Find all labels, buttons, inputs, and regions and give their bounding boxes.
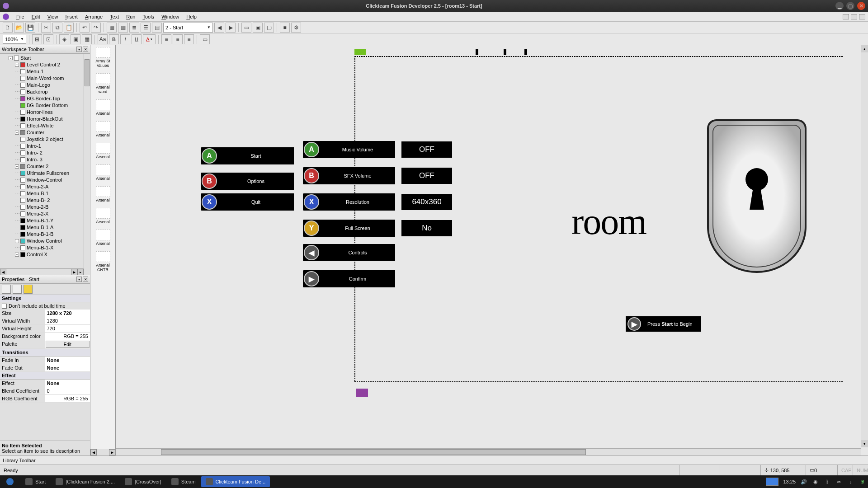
data-editor-button[interactable]: ▤ (152, 23, 162, 33)
cut-button[interactable]: ✂ (41, 23, 51, 33)
italic-button[interactable]: I (120, 34, 130, 44)
canvas-hscroll[interactable] (116, 448, 861, 455)
stop-button[interactable]: ■ (280, 23, 290, 33)
paste-button[interactable]: 📋 (64, 23, 74, 33)
tree-item[interactable]: ⋯Menu-2-X (1, 211, 89, 217)
frame-rect-button[interactable]: ▭ (200, 34, 210, 44)
menu-insert[interactable]: Insert (61, 13, 81, 21)
prop-vwidth-value[interactable]: 1280 (45, 317, 90, 324)
option-value-sfx-volume[interactable]: OFF (401, 168, 452, 184)
workspace-close-button[interactable]: ✕ (83, 47, 88, 52)
mdi-minimize-button[interactable] (843, 14, 849, 19)
object-list-item[interactable]: Arsenal (91, 99, 114, 116)
object-list-item[interactable]: Arsenal (91, 143, 114, 159)
undo-button[interactable]: ↶ (80, 23, 90, 33)
menu-button-start[interactable]: AStart (201, 147, 294, 164)
taskbar-item[interactable]: Start (21, 476, 50, 487)
tree-item[interactable]: ⋯Menu-1 (1, 68, 89, 75)
frame-editor-button[interactable]: ▥ (118, 23, 128, 33)
option-button-full-screen[interactable]: YFull Screen (303, 220, 395, 237)
tree-item[interactable]: ⋯Intro-1 (1, 143, 89, 150)
tree-item[interactable]: ⋯Menu-B-1-A (1, 224, 89, 231)
taskbar-item[interactable]: Clickteam Fusion De... (201, 476, 270, 487)
tree-item[interactable]: ⋯Menu-2-A (1, 183, 89, 190)
option-button-controls[interactable]: ◀Controls (303, 244, 395, 261)
open-button[interactable]: 📂 (14, 23, 24, 33)
menu-edit[interactable]: Edit (28, 13, 44, 21)
align-right-button[interactable]: ≡ (184, 34, 194, 44)
redo-button[interactable]: ↷ (91, 23, 101, 33)
run-app-button[interactable]: ▭ (241, 23, 251, 33)
menu-view[interactable]: View (44, 13, 62, 21)
maximize-button[interactable]: ▢ (846, 2, 854, 10)
tree-item[interactable]: ⋯BG-Border-Top (1, 95, 89, 102)
tree-item[interactable]: ⋯Main-Word-room (1, 75, 89, 82)
copy-button[interactable]: ⧉ (52, 23, 62, 33)
grid-snap-button[interactable]: ⊞ (32, 34, 42, 44)
prev-frame-button[interactable]: ◀ (214, 23, 224, 33)
prop-size-value[interactable]: 1280 x 720 (45, 310, 90, 317)
prop-tab-runtime[interactable] (13, 285, 22, 294)
close-button[interactable]: ✕ (857, 2, 865, 10)
tree-item[interactable]: ⋯Intro- 3 (1, 156, 89, 163)
object-list-item[interactable]: Arsenal (91, 121, 114, 137)
tree-item[interactable]: ⋯Menu-B-1-Y (1, 217, 89, 224)
taskbar-item[interactable]: Steam (167, 476, 200, 487)
mdi-close-button[interactable] (859, 14, 865, 19)
tree-item[interactable]: ⋯Menu-2-B (1, 204, 89, 211)
object-list-item[interactable]: Arsenal (91, 186, 114, 202)
tree-item[interactable]: +Level Control 2 (1, 61, 89, 68)
tree-item[interactable]: ⋯Ultimate Fullscreen (1, 170, 89, 177)
objlist-scroll-right[interactable]: ▶ (109, 449, 115, 455)
press-start-prompt[interactable]: ▶ Press Start to Begin (626, 316, 701, 332)
menu-arrange[interactable]: Arrange (81, 13, 106, 21)
option-button-music-volume[interactable]: AMusic Volume (303, 141, 395, 158)
object-list-item[interactable]: Arsenal (91, 208, 114, 224)
tree-item[interactable]: ⋯Window-Control (1, 177, 89, 183)
menu-tools[interactable]: Tools (139, 13, 158, 21)
event-list-editor-button[interactable]: ☰ (141, 23, 151, 33)
taskbar-item[interactable]: [Clickteam Fusion 2.... (51, 476, 119, 487)
run-frame-button[interactable]: ▣ (253, 23, 263, 33)
prop-bgcolor-value[interactable]: RGB = 255 (45, 333, 90, 340)
tree-item[interactable]: +Counter 2 (1, 163, 89, 170)
frame-selector[interactable]: 2 - Start ▼ (163, 23, 213, 33)
workspace-indicator[interactable] (766, 478, 778, 486)
font-button[interactable]: Aa (98, 34, 108, 44)
grid-setup-button[interactable]: ⊡ (43, 34, 53, 44)
tree-item[interactable]: ⋯Menu-B-1-X (1, 244, 89, 251)
object-list-item[interactable]: Arsenalword (91, 73, 114, 94)
tree-item[interactable]: ⋯Backdrop (1, 89, 89, 95)
build-button[interactable]: ⚙ (291, 23, 301, 33)
tree-item[interactable]: ⋯Menu-B- 2 (1, 197, 89, 204)
bg-border-top-object[interactable] (356, 389, 368, 397)
prop-palette-edit-button[interactable]: Edit (46, 341, 90, 348)
menu-run[interactable]: Run (123, 13, 139, 21)
underline-button[interactable]: U (132, 34, 142, 44)
menu-button-options[interactable]: BOptions (201, 173, 294, 190)
updates-icon[interactable]: ⛨ (859, 478, 866, 485)
event-editor-button[interactable]: ≣ (129, 23, 139, 33)
tree-hscroll[interactable]: ◀▶▸ (0, 268, 84, 275)
zoom-frame-button[interactable]: ▣ (71, 34, 80, 44)
menu-file[interactable]: File (13, 13, 28, 21)
tree-item[interactable]: +Counter (1, 129, 89, 136)
workspace-tree[interactable]: -Start+Level Control 2⋯Menu-1⋯Main-Word-… (0, 54, 90, 268)
prop-effect-value[interactable]: None (45, 380, 90, 387)
fit-button[interactable]: ▦ (82, 34, 92, 44)
run-project-button[interactable]: ▢ (264, 23, 274, 33)
tree-item[interactable]: -Start (1, 55, 89, 61)
volume-icon[interactable]: 🔊 (800, 478, 807, 485)
prop-fadeout-value[interactable]: None (45, 364, 90, 371)
align-center-button[interactable]: ≡ (173, 34, 183, 44)
tree-item[interactable]: +Window Control (1, 238, 89, 244)
new-button[interactable]: 🗋 (3, 23, 13, 33)
prop-fadein-value[interactable]: None (45, 357, 90, 364)
main-logo[interactable]: room (571, 119, 807, 314)
tree-vscroll[interactable] (84, 54, 90, 268)
tree-item[interactable]: ⋯Main-Logo (1, 82, 89, 89)
library-toolbar[interactable]: Library Toolbar (0, 455, 868, 465)
objlist-scroll-left[interactable]: ◀ (90, 449, 97, 455)
tree-item[interactable]: ⋯Menu-B-1-B (1, 231, 89, 238)
menu-help[interactable]: Help (183, 13, 200, 21)
